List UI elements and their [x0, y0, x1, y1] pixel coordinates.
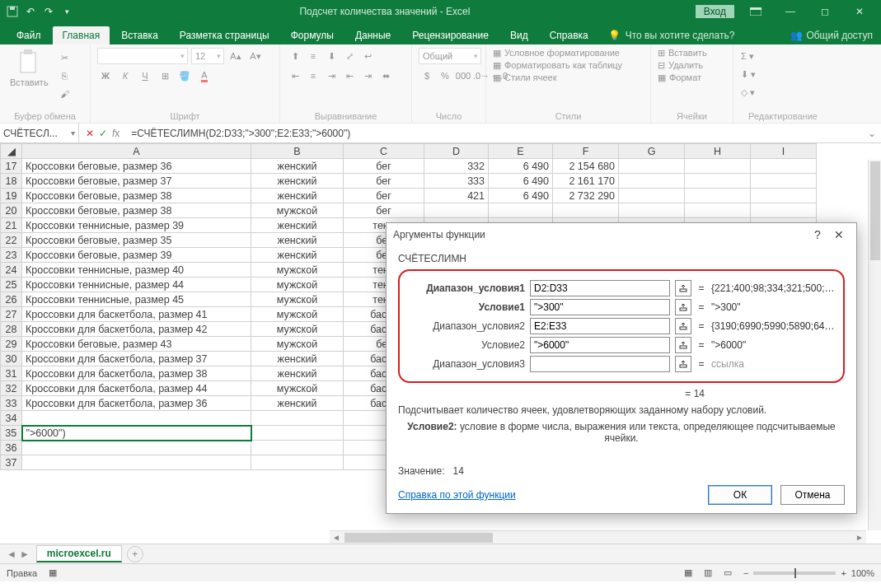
row-header-19[interactable]: 19: [1, 189, 22, 203]
dialog-close-icon[interactable]: ✕: [828, 228, 850, 241]
cell[interactable]: [489, 203, 553, 218]
cell[interactable]: [251, 455, 344, 470]
cell[interactable]: [685, 203, 751, 218]
cell[interactable]: бег: [344, 189, 424, 203]
row-header-18[interactable]: 18: [1, 174, 22, 189]
cell[interactable]: женский: [251, 396, 344, 411]
cell[interactable]: женский: [251, 352, 344, 366]
view-page-layout-icon[interactable]: ▥: [704, 567, 712, 578]
range-select-icon[interactable]: [675, 337, 691, 353]
cell[interactable]: 6 490: [489, 174, 553, 189]
cell[interactable]: женский: [251, 366, 344, 381]
row-header-28[interactable]: 28: [1, 322, 22, 337]
formula-expand-icon[interactable]: ⌄: [863, 128, 881, 139]
dialog-help-icon[interactable]: ?: [807, 228, 828, 241]
row-header-37[interactable]: 37: [1, 455, 22, 470]
currency-icon[interactable]: $: [419, 68, 435, 84]
login-button[interactable]: Вход: [696, 5, 734, 18]
cell[interactable]: [619, 159, 685, 174]
cell[interactable]: Кроссовки беговые, размер 38: [22, 203, 251, 218]
cell[interactable]: Кроссовки теннисные, размер 45: [22, 292, 251, 307]
cell[interactable]: женский: [251, 189, 344, 203]
tab-insert[interactable]: Вставка: [111, 26, 168, 44]
range-select-icon[interactable]: [675, 299, 691, 315]
cell[interactable]: [22, 455, 251, 470]
function-help-link[interactable]: Справка по этой функции: [398, 489, 516, 501]
font-name-combo[interactable]: [97, 48, 188, 64]
cell[interactable]: [251, 441, 344, 455]
cell[interactable]: 421: [424, 189, 489, 203]
row-header-25[interactable]: 25: [1, 278, 22, 292]
cell[interactable]: женский: [251, 233, 344, 248]
row-header-23[interactable]: 23: [1, 248, 22, 263]
cell[interactable]: 6 490: [489, 159, 553, 174]
cancel-button[interactable]: Отмена: [780, 485, 845, 505]
fill-color-icon[interactable]: 🪣: [176, 68, 193, 84]
cell[interactable]: 6 490: [489, 189, 553, 203]
cancel-formula-icon[interactable]: ✕: [86, 128, 94, 139]
range-select-icon[interactable]: [675, 280, 691, 296]
align-middle-icon[interactable]: ≡: [305, 48, 321, 64]
cell[interactable]: [251, 426, 344, 441]
cell[interactable]: Кроссовки беговые, размер 36: [22, 159, 251, 174]
format-painter-icon[interactable]: 🖌: [57, 86, 73, 102]
border-icon[interactable]: ⊞: [157, 68, 173, 84]
bold-icon[interactable]: Ж: [97, 68, 114, 84]
cell[interactable]: [619, 189, 685, 203]
cell[interactable]: 2 732 290: [553, 189, 619, 203]
cell[interactable]: [751, 174, 817, 189]
cell[interactable]: Кроссовки беговые, размер 38: [22, 189, 251, 203]
align-top-icon[interactable]: ⬆: [287, 48, 303, 64]
row-header-29[interactable]: 29: [1, 337, 22, 352]
decrease-indent-icon[interactable]: ⇤: [341, 68, 358, 84]
confirm-formula-icon[interactable]: ✓: [99, 128, 107, 139]
undo-icon[interactable]: ↶: [23, 4, 38, 19]
sheet-nav-next-icon[interactable]: ►: [20, 548, 30, 560]
view-normal-icon[interactable]: ▦: [684, 567, 692, 578]
autosum-icon[interactable]: Σ ▾: [740, 48, 755, 64]
cell[interactable]: Кроссовки для баскетбола, размер 41: [22, 307, 251, 322]
row-header-24[interactable]: 24: [1, 263, 22, 278]
range-select-icon[interactable]: [675, 356, 691, 372]
cell[interactable]: Кроссовки беговые, размер 37: [22, 174, 251, 189]
cell[interactable]: [685, 159, 751, 174]
format-as-table-button[interactable]: ▦Форматировать как таблицу: [493, 60, 622, 71]
align-bottom-icon[interactable]: ⬇: [323, 48, 340, 64]
fill-icon[interactable]: ⬇ ▾: [740, 66, 757, 82]
row-header-22[interactable]: 22: [1, 233, 22, 248]
percent-icon[interactable]: %: [437, 68, 453, 84]
cell[interactable]: женский: [251, 248, 344, 263]
cell[interactable]: 2 154 680: [553, 159, 619, 174]
increase-font-icon[interactable]: A▴: [227, 48, 244, 64]
cell[interactable]: 333: [424, 174, 489, 189]
cell[interactable]: мужской: [251, 381, 344, 396]
redo-icon[interactable]: ↷: [41, 4, 56, 19]
ok-button[interactable]: ОК: [708, 485, 772, 505]
cell[interactable]: [685, 174, 751, 189]
row-header-21[interactable]: 21: [1, 218, 22, 233]
cell[interactable]: женский: [251, 218, 344, 233]
paste-button[interactable]: Вставить: [7, 48, 52, 89]
cell-styles-button[interactable]: ▦Стили ячеек: [493, 72, 556, 83]
cell[interactable]: [619, 174, 685, 189]
underline-icon[interactable]: Ч: [137, 68, 153, 84]
cell[interactable]: мужской: [251, 292, 344, 307]
tab-review[interactable]: Рецензирование: [402, 26, 499, 44]
cell[interactable]: мужской: [251, 278, 344, 292]
column-header-G[interactable]: G: [619, 144, 685, 159]
cell[interactable]: Кроссовки для баскетбола, размер 38: [22, 366, 251, 381]
cell[interactable]: [685, 189, 751, 203]
cell[interactable]: [22, 441, 251, 455]
argument-input-2[interactable]: [530, 318, 670, 334]
cell[interactable]: Кроссовки для баскетбола, размер 44: [22, 381, 251, 396]
cell[interactable]: женский: [251, 159, 344, 174]
cell[interactable]: бег: [344, 203, 424, 218]
column-header-D[interactable]: D: [424, 144, 489, 159]
font-color-icon[interactable]: A: [196, 68, 213, 84]
close-icon[interactable]: ✕: [843, 2, 876, 21]
tab-home[interactable]: Главная: [53, 26, 110, 44]
cell[interactable]: Кроссовки беговые, размер 43: [22, 337, 251, 352]
horizontal-scrollbar[interactable]: ◄►: [330, 530, 866, 544]
cell[interactable]: Кроссовки беговые, размер 39: [22, 248, 251, 263]
cell[interactable]: ">6000"): [22, 426, 251, 441]
